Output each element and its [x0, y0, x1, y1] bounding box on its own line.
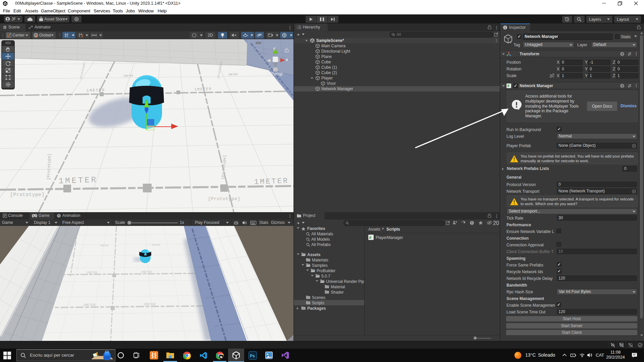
svg-text:1METER: 1METER — [83, 303, 95, 307]
svg-text:1METER: 1METER — [87, 271, 98, 275]
svg-text:[Prototype]: [Prototype] — [208, 196, 240, 201]
svg-text:1METER: 1METER — [152, 244, 160, 246]
svg-text:1METER: 1METER — [123, 74, 133, 77]
svg-text:1METER: 1METER — [144, 303, 156, 306]
svg-text:x: x — [286, 57, 288, 62]
svg-text:1METER: 1METER — [100, 244, 109, 247]
svg-text:1METER: 1METER — [228, 73, 238, 76]
svg-text:?: ? — [621, 84, 623, 88]
svg-text:1METER: 1METER — [87, 88, 105, 93]
svg-text:1METER: 1METER — [195, 87, 212, 92]
svg-text:Y: Y — [67, 36, 68, 38]
svg-text:1METER: 1METER — [58, 175, 98, 186]
svg-text:?: ? — [621, 52, 623, 56]
svg-text:1METER: 1METER — [141, 270, 152, 274]
svg-text:[Prototype]: [Prototype] — [46, 153, 52, 180]
svg-text:1METER: 1METER — [254, 177, 289, 186]
svg-text:[Prototype]: [Prototype] — [10, 192, 45, 197]
svg-text:Ps: Ps — [250, 354, 255, 358]
